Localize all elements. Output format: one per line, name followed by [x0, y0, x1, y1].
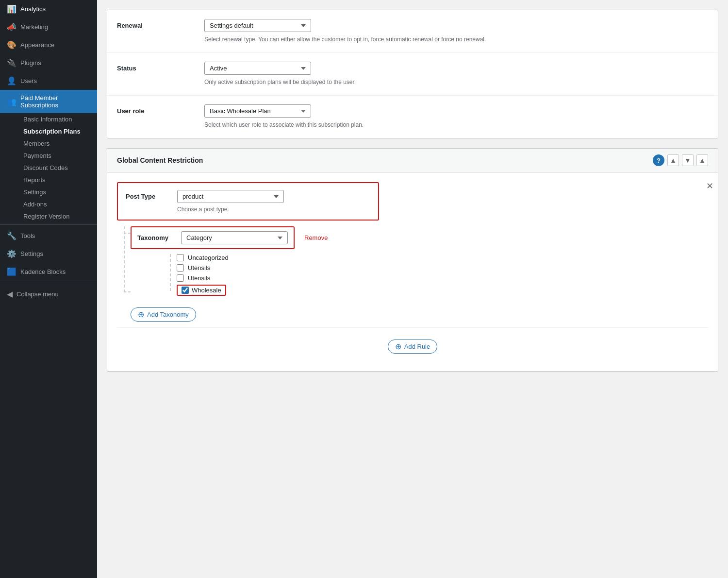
settings-icon: ⚙️	[7, 249, 17, 258]
status-select[interactable]: Active Inactive	[204, 62, 311, 75]
checkbox-item-utensils2: Utensils	[177, 274, 708, 282]
sidebar-label-appearance: Appearance	[20, 41, 54, 49]
sidebar-label-kadence: Kadence Blocks	[20, 268, 66, 275]
sidebar-item-settings[interactable]: ⚙️ Settings	[0, 245, 97, 263]
user-role-field: Basic Wholesale Plan Subscriber Customer…	[204, 104, 708, 129]
renewal-label: Renewal	[117, 19, 204, 29]
add-taxonomy-button[interactable]: ⊕ Add Taxonomy	[131, 307, 196, 322]
sidebar-sub-subscription-plans[interactable]: Subscription Plans	[10, 125, 97, 137]
checkboxes-section: Uncategorized Utensils Utensils	[177, 254, 708, 296]
sidebar-submenu: Basic Information Subscription Plans Mem…	[0, 113, 97, 222]
checkbox-item-wholesale: Wholesale	[177, 285, 708, 296]
help-button[interactable]: ?	[653, 154, 664, 166]
restriction-title: Global Content Restriction	[117, 156, 653, 164]
sidebar-label-analytics: Analytics	[20, 5, 46, 13]
close-button-wrapper: ✕	[706, 181, 713, 191]
renewal-select[interactable]: Settings default Customer opt-in Force a…	[204, 19, 311, 32]
status-description: Only active subscription plans will be d…	[204, 78, 708, 86]
sidebar-sub-add-ons[interactable]: Add-ons	[10, 198, 97, 210]
sidebar-item-appearance[interactable]: 🎨 Appearance	[0, 36, 97, 54]
sidebar-sub-members[interactable]: Members	[10, 137, 97, 150]
add-rule-plus-icon: ⊕	[395, 342, 401, 351]
sidebar-item-marketing[interactable]: 📣 Marketing	[0, 18, 97, 36]
taxonomy-select[interactable]: Category Tag Product Category	[181, 231, 288, 244]
post-type-box: Post Type product post page Choose a pos…	[117, 182, 379, 221]
sidebar-label-plugins: Plugins	[20, 59, 41, 67]
taxonomy-row: Taxonomy Category Tag Product Category R…	[131, 226, 708, 249]
add-rule-label: Add Rule	[404, 343, 430, 350]
checkbox-item-uncategorized: Uncategorized	[177, 254, 708, 261]
taxonomy-section: Taxonomy Category Tag Product Category R…	[131, 226, 708, 322]
sidebar-item-tools[interactable]: 🔧 Tools	[0, 227, 97, 245]
collapse-toggle-button[interactable]: ▲	[696, 154, 708, 166]
status-field: Active Inactive Only active subscription…	[204, 62, 708, 86]
plus-icon: ⊕	[138, 310, 144, 319]
sidebar-sub-settings[interactable]: Settings	[10, 186, 97, 198]
sidebar-item-kadence-blocks[interactable]: 🟦 Kadence Blocks	[0, 263, 97, 281]
sidebar-collapse-label: Collapse menu	[17, 290, 59, 298]
restriction-header: Global Content Restriction ? ▲ ▼ ▲	[107, 149, 718, 172]
add-taxonomy-label: Add Taxonomy	[147, 311, 189, 318]
marketing-icon: 📣	[7, 22, 17, 32]
sidebar-item-analytics[interactable]: 📊 Analytics	[0, 0, 97, 18]
checkbox-vline	[170, 254, 171, 291]
wholesale-checked-box: Wholesale	[177, 285, 226, 296]
post-type-select[interactable]: product post page	[177, 190, 284, 203]
plugins-icon: 🔌	[7, 58, 17, 68]
main-content: Renewal Settings default Customer opt-in…	[97, 0, 728, 578]
taxonomy-label: Taxonomy	[137, 234, 176, 241]
renewal-row: Renewal Settings default Customer opt-in…	[107, 10, 718, 53]
sidebar-label-marketing: Marketing	[20, 23, 48, 31]
appearance-icon: 🎨	[7, 40, 17, 50]
user-role-select[interactable]: Basic Wholesale Plan Subscriber Customer…	[204, 104, 311, 118]
checkbox-label-wholesale: Wholesale	[192, 287, 221, 294]
vertical-connector	[124, 226, 125, 292]
kadence-icon: 🟦	[7, 267, 17, 276]
checkbox-utensils1[interactable]	[177, 264, 184, 272]
sidebar: 📊 Analytics 📣 Marketing 🎨 Appearance 🔌 P…	[0, 0, 97, 578]
checkbox-item-utensils1: Utensils	[177, 264, 708, 272]
sidebar-sub-discount-codes[interactable]: Discount Codes	[10, 162, 97, 174]
taxonomy-box: Taxonomy Category Tag Product Category	[131, 226, 295, 249]
checkbox-wholesale[interactable]	[182, 287, 189, 294]
collapse-up-button[interactable]: ▲	[667, 154, 679, 166]
renewal-description: Select renewal type. You can either allo…	[204, 35, 708, 44]
user-role-row: User role Basic Wholesale Plan Subscribe…	[107, 96, 718, 138]
sidebar-sub-reports[interactable]: Reports	[10, 174, 97, 186]
user-role-label: User role	[117, 104, 204, 115]
status-label: Status	[117, 62, 204, 72]
sidebar-item-plugins[interactable]: 🔌 Plugins	[0, 54, 97, 72]
close-x-button[interactable]: ✕	[706, 181, 713, 191]
checkbox-utensils2[interactable]	[177, 274, 184, 282]
add-rule-button[interactable]: ⊕ Add Rule	[388, 340, 437, 354]
checkbox-label-utensils2: Utensils	[188, 274, 210, 282]
sidebar-sub-register-version[interactable]: Register Version	[10, 210, 97, 222]
checkbox-label-utensils1: Utensils	[188, 264, 210, 272]
sidebar-separator-1	[0, 224, 97, 225]
restriction-body: Post Type product post page Choose a pos…	[107, 172, 718, 371]
sidebar-separator-2	[0, 283, 97, 283]
sidebar-sub-payments[interactable]: Payments	[10, 150, 97, 162]
horizontal-connector-2	[124, 291, 131, 292]
users-icon: 👤	[7, 76, 17, 85]
paid-member-icon: 👥	[7, 97, 17, 106]
sidebar-sub-basic-information[interactable]: Basic Information	[10, 113, 97, 125]
sidebar-label-tools: Tools	[20, 232, 35, 239]
collapse-down-button[interactable]: ▼	[682, 154, 694, 166]
post-type-row: Post Type product post page	[126, 190, 370, 203]
checkbox-uncategorized[interactable]	[177, 254, 184, 261]
add-taxonomy-row: ⊕ Add Taxonomy	[131, 304, 708, 322]
content-restriction-card: Global Content Restriction ? ▲ ▼ ▲ Post …	[107, 148, 718, 372]
sidebar-item-users[interactable]: 👤 Users	[0, 72, 97, 90]
remove-taxonomy-link[interactable]: Remove	[304, 234, 328, 241]
sidebar-item-paid-member[interactable]: 👥 Paid Member Subscriptions	[0, 90, 97, 113]
sidebar-label-users: Users	[20, 77, 37, 85]
analytics-icon: 📊	[7, 4, 17, 14]
checkbox-label-uncategorized: Uncategorized	[188, 254, 229, 261]
sidebar-collapse-menu[interactable]: ◀ Collapse menu	[0, 285, 97, 303]
post-type-label: Post Type	[126, 193, 169, 200]
section-controls: ? ▲ ▼ ▲	[653, 154, 708, 166]
post-type-description: Choose a post type.	[126, 206, 370, 213]
top-settings-card: Renewal Settings default Customer opt-in…	[107, 10, 718, 138]
collapse-icon: ◀	[7, 289, 13, 299]
